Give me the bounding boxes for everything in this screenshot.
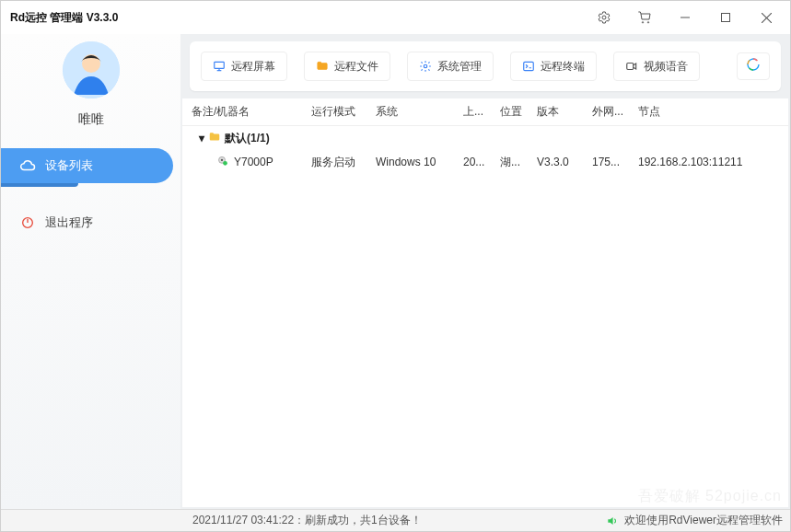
svg-point-1 bbox=[642, 22, 643, 23]
refresh-button[interactable] bbox=[737, 52, 770, 80]
video-voice-label: 视频语音 bbox=[644, 59, 688, 75]
power-icon bbox=[19, 214, 36, 231]
user-name: 唯唯 bbox=[78, 111, 104, 128]
grid-header: 备注/机器名 运行模式 系统 上... 位置 版本 外网... 节点 bbox=[182, 98, 788, 126]
monitor-icon bbox=[213, 60, 226, 73]
svg-rect-11 bbox=[215, 62, 225, 68]
svg-point-2 bbox=[647, 22, 648, 23]
svg-point-19 bbox=[223, 161, 227, 166]
maximize-button[interactable] bbox=[705, 1, 746, 34]
status-right: 欢迎使用RdViewer远程管理软件 bbox=[624, 513, 783, 528]
nav-exit-label: 退出程序 bbox=[45, 214, 93, 231]
close-button[interactable] bbox=[746, 1, 786, 34]
cell-wan: 175... bbox=[592, 156, 638, 168]
sound-icon bbox=[606, 515, 619, 527]
nav-exit[interactable]: 退出程序 bbox=[1, 205, 180, 240]
svg-point-14 bbox=[424, 64, 427, 68]
window-title: Rd远控 管理端 V3.3.0 bbox=[10, 10, 118, 26]
svg-rect-16 bbox=[627, 64, 634, 70]
video-voice-button[interactable]: 视频语音 bbox=[613, 52, 700, 81]
device-name: Y7000P bbox=[234, 156, 273, 168]
cell-mode: 服务启动 bbox=[311, 155, 376, 170]
col-wan[interactable]: 外网... bbox=[592, 104, 638, 120]
minimize-button[interactable] bbox=[665, 1, 705, 34]
col-location[interactable]: 位置 bbox=[500, 104, 537, 120]
nav-devices[interactable]: 设备列表 bbox=[1, 148, 173, 183]
folder-small-icon bbox=[208, 131, 221, 146]
svg-rect-4 bbox=[722, 14, 730, 22]
remote-files-button[interactable]: 远程文件 bbox=[304, 52, 390, 81]
svg-point-18 bbox=[221, 158, 223, 160]
col-mode[interactable]: 运行模式 bbox=[311, 104, 376, 120]
col-name[interactable]: 备注/机器名 bbox=[192, 104, 311, 120]
col-node[interactable]: 节点 bbox=[638, 104, 788, 120]
device-grid: 备注/机器名 运行模式 系统 上... 位置 版本 外网... 节点 ▾ 默认(… bbox=[182, 98, 788, 507]
cloud-icon bbox=[19, 157, 36, 174]
terminal-icon bbox=[522, 60, 535, 73]
status-bar: 2021/11/27 03:41:22：刷新成功，共1台设备！ 欢迎使用RdVi… bbox=[1, 509, 790, 531]
col-uptime[interactable]: 上... bbox=[463, 104, 500, 120]
video-icon bbox=[625, 60, 638, 73]
folder-icon bbox=[316, 60, 329, 73]
collapse-icon: ▾ bbox=[199, 132, 204, 145]
cell-location: 湖... bbox=[500, 155, 537, 170]
svg-rect-15 bbox=[524, 62, 534, 70]
refresh-icon bbox=[746, 57, 761, 75]
device-row[interactable]: Y7000P 服务启动 Windows 10 20... 湖... V3.3.0… bbox=[182, 150, 788, 174]
col-version[interactable]: 版本 bbox=[537, 104, 592, 120]
toolbar: 远程屏幕 远程文件 系统管理 远程终端 视频语音 bbox=[190, 41, 781, 91]
remote-terminal-label: 远程终端 bbox=[541, 59, 585, 75]
nav-devices-label: 设备列表 bbox=[45, 157, 93, 174]
remote-screen-label: 远程屏幕 bbox=[231, 59, 275, 75]
device-icon bbox=[215, 155, 228, 170]
cart-button[interactable] bbox=[624, 1, 665, 34]
cell-version: V3.3.0 bbox=[537, 156, 592, 168]
remote-screen-button[interactable]: 远程屏幕 bbox=[201, 52, 287, 81]
user-avatar[interactable] bbox=[63, 41, 120, 98]
group-row[interactable]: ▾ 默认(1/1) bbox=[182, 126, 788, 150]
sys-manage-label: 系统管理 bbox=[437, 59, 482, 75]
cell-uptime: 20... bbox=[463, 156, 500, 168]
remote-terminal-button[interactable]: 远程终端 bbox=[510, 52, 597, 81]
settings-button[interactable] bbox=[584, 1, 624, 34]
title-bar: Rd远控 管理端 V3.3.0 bbox=[1, 1, 790, 34]
col-system[interactable]: 系统 bbox=[376, 104, 463, 120]
remote-files-label: 远程文件 bbox=[334, 59, 378, 75]
cell-system: Windows 10 bbox=[376, 156, 463, 168]
status-left: 2021/11/27 03:41:22：刷新成功，共1台设备！ bbox=[8, 513, 422, 528]
cell-node: 192.168.2.103:11211 bbox=[638, 156, 788, 168]
svg-point-0 bbox=[602, 16, 606, 19]
sidebar: 唯唯 设备列表 退出程序 bbox=[1, 34, 180, 509]
settings-icon bbox=[419, 60, 432, 73]
sys-manage-button[interactable]: 系统管理 bbox=[407, 52, 494, 81]
group-label: 默认(1/1) bbox=[225, 131, 270, 146]
